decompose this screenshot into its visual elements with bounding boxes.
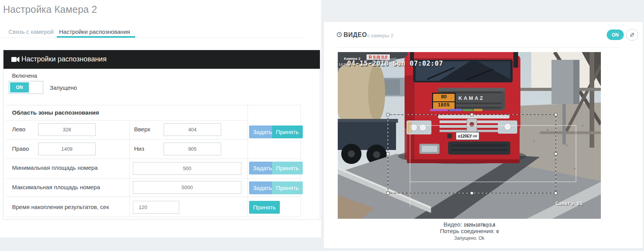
clock-icon (337, 32, 342, 37)
adr-plate-bottom: 1805 (433, 102, 455, 108)
panel-divider (338, 47, 620, 48)
bottom-input[interactable] (164, 143, 221, 155)
recognition-zone-table: Область зоны распознования Лево Вверх Пр… (6, 105, 300, 217)
toggle-off-state[interactable] (29, 82, 42, 92)
accum-apply-button[interactable]: Принять (249, 201, 280, 214)
recognition-settings-panel: Настройки распознования Включена ON Запу… (3, 50, 320, 220)
zone-handle-top-right[interactable] (554, 113, 557, 116)
tab-camera-connection[interactable]: Связь с камерой (9, 28, 54, 35)
right-label: Право (12, 145, 29, 152)
video-resolution-label: Видео: (443, 221, 462, 228)
panel-header: Настройки распознования (3, 50, 320, 69)
camera-video-frame[interactable]: Камера 2 R 0,0| 0,0 14:29: 04-15-2018 Su… (338, 52, 601, 219)
osd-camera-label: Camera 01 (555, 200, 583, 206)
max-area-apply-button[interactable]: Принять (272, 181, 303, 194)
table-border (6, 139, 248, 139)
video-resolution-value: 1920x1078@3,8 (464, 223, 495, 227)
adr-plate-top: 80 (433, 94, 455, 99)
zone-handle-top-mid[interactable] (470, 113, 473, 116)
table-border (248, 105, 248, 217)
zone-handle-bottom-mid[interactable] (470, 192, 473, 195)
video-panel-subtitle: с камеры 2 (367, 33, 393, 38)
video-status-text: Запущено. Ok (338, 235, 601, 241)
zone-handle-mid-left[interactable] (386, 152, 389, 155)
bottom-label: Низ (134, 145, 144, 152)
recognition-enabled-toggle[interactable]: ON (9, 81, 43, 94)
min-area-apply-button[interactable]: Принять (272, 162, 303, 174)
license-plate-number: о120ЕУ (458, 134, 472, 138)
max-area-label: Максимальная площадь номера (12, 184, 100, 190)
osd-red-status: R 0,0| 0,0 (367, 54, 390, 60)
tabs-divider (0, 38, 303, 38)
right-input[interactable] (38, 143, 96, 155)
top-input[interactable] (164, 123, 221, 136)
table-border (6, 105, 300, 105)
zone-apply-button[interactable]: Принять (272, 126, 303, 138)
zone-section-title: Область зоны распознования (12, 109, 99, 116)
min-area-input[interactable] (133, 162, 241, 175)
left-label: Лево (12, 126, 25, 132)
table-border (6, 120, 248, 120)
zone-handle-bottom-left[interactable] (386, 192, 389, 195)
zone-handle-mid-right[interactable] (554, 152, 557, 155)
video-camera-icon (11, 56, 20, 63)
video-panel-title: ВИДЕО (344, 31, 367, 38)
accum-time-label: Время накопления результатов, сек (12, 204, 109, 210)
min-area-label: Минимальная площадь номера (12, 164, 98, 171)
table-border (6, 159, 300, 159)
osd-timestamp: 04-15-2018 Sun 07:02:07 (347, 59, 443, 67)
table-border (6, 178, 300, 179)
tab-recognition-settings[interactable]: Настройки распознования (59, 28, 130, 35)
table-border (300, 105, 301, 217)
page-title: Настройка Камера 2 (3, 4, 97, 15)
toggle-on-state[interactable]: ON (10, 82, 29, 92)
zone-handle-top-left[interactable] (386, 113, 389, 116)
connection-loss-label: Потерь соединения: (440, 228, 495, 234)
max-area-input[interactable] (133, 181, 241, 194)
run-status-text: Запущено (50, 84, 77, 91)
top-label: Вверх (134, 126, 150, 132)
left-input[interactable] (38, 123, 96, 136)
expand-arrows-icon (627, 29, 638, 40)
fullscreen-button[interactable] (626, 29, 638, 41)
video-info-block: Видео: 1920x1078@3,8 Потерь соединения: … (338, 221, 601, 241)
connection-loss-value: 0 (496, 229, 499, 234)
panel-header-title: Настройки распознования (21, 55, 106, 63)
table-border (6, 217, 300, 217)
accum-time-input[interactable] (133, 201, 179, 214)
video-power-toggle[interactable]: ON (607, 30, 624, 40)
zone-handle-bottom-right[interactable] (554, 192, 557, 195)
table-border (6, 197, 300, 197)
license-plate: о120ЕУ 152 (456, 132, 479, 140)
license-plate-region: 152 (473, 135, 477, 138)
table-border (129, 120, 130, 217)
video-panel: ВИДЕО с камеры 2 ON (323, 21, 643, 249)
enabled-label: Включена (12, 73, 37, 79)
